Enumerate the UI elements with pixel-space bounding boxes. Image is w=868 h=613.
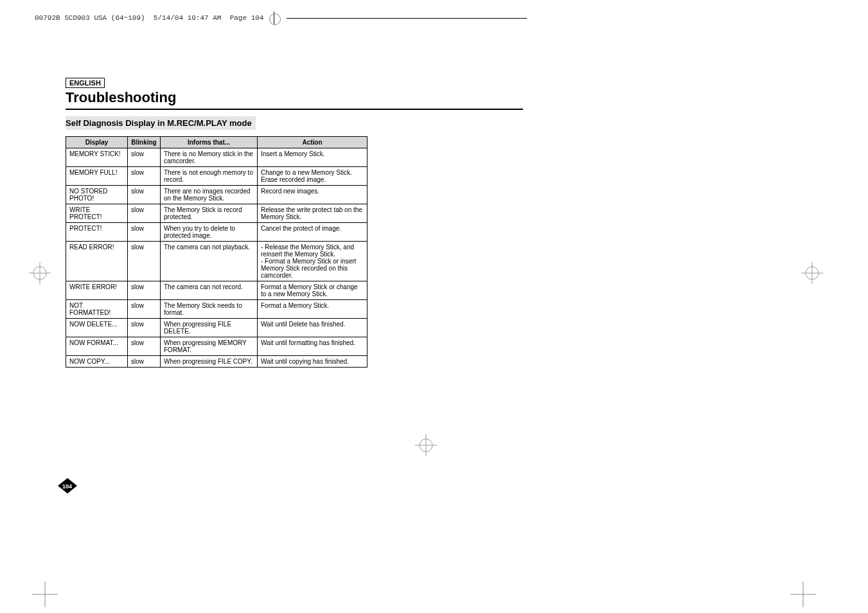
page-number-badge: 104	[58, 478, 77, 493]
cell-display: WRITE ERROR!	[66, 281, 128, 300]
cell-action: Format a Memory Stick.	[258, 300, 368, 319]
registration-mark-icon	[801, 262, 823, 284]
cell-informs: There is not enough memory to record.	[161, 167, 258, 186]
registration-mark-icon	[415, 434, 437, 456]
cell-action: Release the write protect tab on the Mem…	[258, 204, 368, 223]
cell-informs: The camera can not record.	[161, 281, 258, 300]
cell-blinking: slow	[128, 242, 161, 281]
table-header-row: Display Blinking Informs that... Action	[66, 137, 368, 148]
page-content: ENGLISH Troubleshooting Self Diagnosis D…	[66, 76, 523, 368]
cell-action: Wait until formatting has finished.	[258, 337, 368, 356]
header-file-info: 00792B SCD903 USA (64~109) 5/14/04 10:47…	[32, 14, 266, 22]
registration-mark-icon	[29, 262, 51, 284]
table-row: NOW COPY...slowWhen progressing FILE COP…	[66, 356, 368, 368]
cell-action: Wait until copying has finished.	[258, 356, 368, 368]
table-row: NOT FORMATTED!slowThe Memory Stick needs…	[66, 300, 368, 319]
cell-display: MEMORY STICK!	[66, 148, 128, 167]
cell-action: Cancel the protect of image.	[258, 223, 368, 242]
cell-display: READ ERROR!	[66, 242, 128, 281]
cell-informs: When progressing FILE COPY.	[161, 356, 258, 368]
cell-action: Wait until Delete has finished.	[258, 319, 368, 337]
cell-blinking: slow	[128, 300, 161, 319]
header-display: Display	[66, 137, 128, 148]
cell-blinking: slow	[128, 356, 161, 368]
cell-informs: The Memory Stick needs to format.	[161, 300, 258, 319]
header-blinking: Blinking	[128, 137, 161, 148]
section-subtitle: Self Diagnosis Display in M.REC/M.PLAY m…	[66, 116, 256, 130]
cell-informs: The Memory Stick is record protected.	[161, 204, 258, 223]
cell-blinking: slow	[128, 148, 161, 167]
cell-informs: When you try to delete to protected imag…	[161, 223, 258, 242]
cell-display: NO STORED PHOTO!	[66, 186, 128, 204]
language-label: ENGLISH	[66, 78, 105, 88]
cell-action: Record new images.	[258, 186, 368, 204]
cell-action: Insert a Memory Stick.	[258, 148, 368, 167]
page-number: 104	[62, 483, 72, 490]
crop-mark-icon	[32, 582, 58, 610]
cell-informs: There are no images recorded on the Memo…	[161, 186, 258, 204]
crop-mark-icon	[790, 582, 816, 610]
cell-blinking: slow	[128, 281, 161, 300]
cell-action: Change to a new Memory Stick. Erase reco…	[258, 167, 368, 186]
cell-display: NOW COPY...	[66, 356, 128, 368]
page-cursor-icon	[267, 12, 285, 24]
header-informs: Informs that...	[161, 137, 258, 148]
table-row: MEMORY STICK!slowThere is no Memory stic…	[66, 148, 368, 167]
table-row: PROTECT!slowWhen you try to delete to pr…	[66, 223, 368, 242]
cell-display: MEMORY FULL!	[66, 167, 128, 186]
title-rule	[66, 109, 523, 110]
cell-action: - Release the Memory Stick, and reinsert…	[258, 242, 368, 281]
cell-informs: When progressing MEMORY FORMAT.	[161, 337, 258, 356]
cell-blinking: slow	[128, 337, 161, 356]
table-row: WRITE PROTECT!slowThe Memory Stick is re…	[66, 204, 368, 223]
table-row: WRITE ERROR!slowThe camera can not recor…	[66, 281, 368, 300]
diagnosis-table: Display Blinking Informs that... Action …	[66, 136, 368, 368]
cell-informs: There is no Memory stick in the camcorde…	[161, 148, 258, 167]
table-row: NOW DELETE...slowWhen progressing FILE D…	[66, 319, 368, 337]
table-row: MEMORY FULL!slowThere is not enough memo…	[66, 167, 368, 186]
cell-blinking: slow	[128, 204, 161, 223]
cell-display: NOW FORMAT...	[66, 337, 128, 356]
table-row: NOW FORMAT...slowWhen progressing MEMORY…	[66, 337, 368, 356]
cell-blinking: slow	[128, 223, 161, 242]
table-row: NO STORED PHOTO!slowThere are no images …	[66, 186, 368, 204]
cell-informs: When progressing FILE DELETE.	[161, 319, 258, 337]
cell-display: NOW DELETE...	[66, 319, 128, 337]
cell-blinking: slow	[128, 167, 161, 186]
table-row: READ ERROR!slowThe camera can not playba…	[66, 242, 368, 281]
cell-blinking: slow	[128, 186, 161, 204]
header-action: Action	[258, 137, 368, 148]
page-title: Troubleshooting	[66, 89, 523, 107]
print-header: 00792B SCD903 USA (64~109) 5/14/04 10:47…	[32, 12, 527, 24]
cell-display: WRITE PROTECT!	[66, 204, 128, 223]
cell-blinking: slow	[128, 319, 161, 337]
cell-action: Format a Memory Stick or change to a new…	[258, 281, 368, 300]
cell-display: PROTECT!	[66, 223, 128, 242]
cell-display: NOT FORMATTED!	[66, 300, 128, 319]
cell-informs: The camera can not playback.	[161, 242, 258, 281]
header-line	[287, 18, 527, 19]
